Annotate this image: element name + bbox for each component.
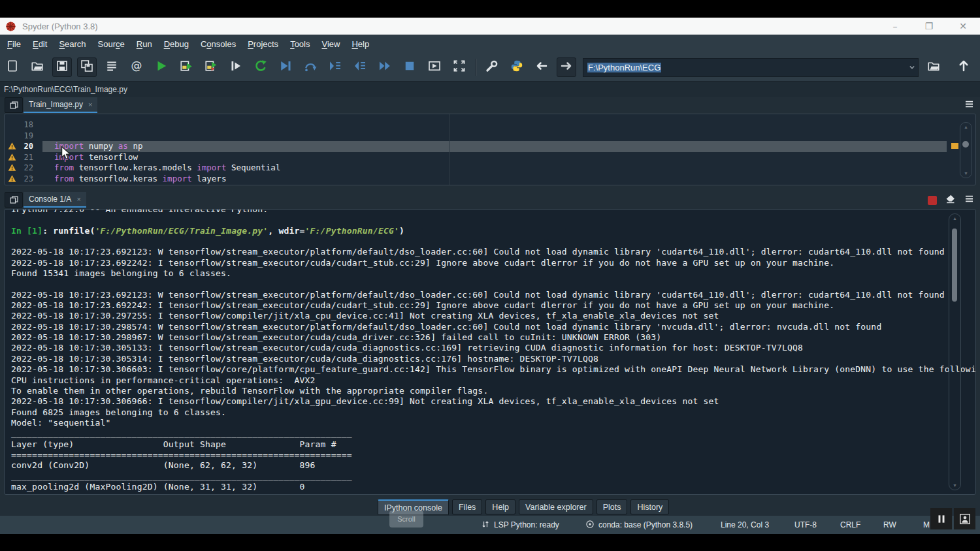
title-bar: Spyder (Python 3.8) – ❐ ✕ <box>0 18 980 35</box>
console-scrollbar-thumb[interactable] <box>952 228 957 302</box>
console-tab[interactable]: Console 1/A × <box>24 192 86 208</box>
code-line-23[interactable]: 23from tensorflow.keras import layers <box>5 174 975 185</box>
code-line-22[interactable]: 22from tensorflow.keras.models import Se… <box>5 163 975 174</box>
console-line: Model: "sequential" <box>11 418 975 428</box>
forward-icon <box>560 59 573 75</box>
open-file-button[interactable] <box>27 57 47 77</box>
console-line <box>11 279 975 289</box>
editor-options-icon[interactable] <box>964 99 975 112</box>
working-directory-input[interactable]: F:\PythonRun\ECG <box>583 58 919 77</box>
console-line: ________________________________________… <box>11 471 975 482</box>
menu-item-help[interactable]: Help <box>346 35 375 54</box>
console-line: 2022-05-18 10:17:23.692242: I tensorflow… <box>11 258 975 268</box>
spyder-window: Spyder (Python 3.8) – ❐ ✕ FileEditSearch… <box>0 0 980 551</box>
symbol-finder-button[interactable]: @ <box>127 57 146 77</box>
run-in-console-icon <box>428 59 441 75</box>
pythonpath-manager-button[interactable] <box>507 57 527 77</box>
code-line-18[interactable]: 18 <box>5 119 975 131</box>
editor-scrollbar-thumb[interactable] <box>962 141 969 148</box>
run-cell-icon <box>180 59 193 75</box>
webcam-button[interactable] <box>954 508 975 529</box>
working-directory-value: F:\PythonRun\ECG <box>583 63 906 72</box>
save-all-button[interactable] <box>77 57 97 77</box>
console-line: ========================================… <box>11 450 975 460</box>
browse-working-directory-button[interactable] <box>924 57 943 77</box>
console-line: 2022-05-18 10:17:30.305133: I tensorflow… <box>11 343 975 353</box>
step-into-button[interactable] <box>325 57 345 77</box>
console-line: 2022-05-18 10:17:30.306966: I tensorflow… <box>11 396 975 407</box>
plugin-tab-files[interactable]: Files <box>452 499 482 514</box>
pause-recording-button[interactable] <box>930 508 952 529</box>
minimize-button[interactable]: – <box>878 18 912 35</box>
step-return-icon <box>353 59 367 75</box>
menu-item-search[interactable]: Search <box>53 35 91 54</box>
new-file-button[interactable] <box>3 57 22 77</box>
line-number: 22 <box>24 163 33 174</box>
stop-debugging-button[interactable] <box>400 57 419 77</box>
menu-item-consoles[interactable]: Consoles <box>195 35 242 54</box>
run-selection-button[interactable] <box>226 57 246 77</box>
line-number: 23 <box>24 174 33 185</box>
plugin-tab-help[interactable]: Help <box>485 499 515 514</box>
run-file-button[interactable] <box>152 57 171 77</box>
back-button[interactable] <box>532 57 551 77</box>
step-over-icon <box>304 59 317 75</box>
console-line: CPU instructions in performance-critical… <box>11 375 975 386</box>
plugin-tab-history[interactable]: History <box>630 499 669 514</box>
scroll-down-icon[interactable]: ▼ <box>949 483 960 488</box>
open-file-icon <box>31 59 44 75</box>
editor-tab-label: Train_Image.py <box>29 100 83 109</box>
re-run-cell-icon <box>254 59 267 75</box>
save-file-button[interactable] <box>52 57 72 77</box>
preferences-button[interactable] <box>482 57 502 77</box>
clear-console-icon[interactable] <box>945 193 956 207</box>
scroll-down-icon[interactable]: ▼ <box>960 171 972 176</box>
menu-item-view[interactable]: View <box>316 35 346 54</box>
run-cell-and-advance-button[interactable] <box>201 57 221 77</box>
code-line-19[interactable]: 19 <box>5 131 975 142</box>
menu-item-source[interactable]: Source <box>92 35 131 54</box>
scroll-up-icon[interactable]: ▲ <box>960 125 972 129</box>
step-return-button[interactable] <box>350 57 370 77</box>
close-button[interactable]: ✕ <box>946 18 980 35</box>
menu-item-edit[interactable]: Edit <box>27 35 53 54</box>
browse-tabs-icon[interactable] <box>5 97 23 113</box>
run-file-icon <box>155 59 168 75</box>
run-in-console-button[interactable] <box>425 57 444 77</box>
re-run-cell-button[interactable] <box>251 57 270 77</box>
restore-button[interactable]: ❐ <box>912 18 946 35</box>
editor-scrollbar[interactable]: ▲ ▼ <box>960 122 972 178</box>
console-options-icon[interactable] <box>964 193 975 207</box>
run-cell-button[interactable] <box>176 57 196 77</box>
browse-tabs-icon[interactable] <box>5 192 23 208</box>
editor-tab[interactable]: Train_Image.py × <box>24 97 97 113</box>
scroll-up-icon[interactable]: ▲ <box>949 216 960 221</box>
editor-tab-close-icon[interactable]: × <box>88 101 92 108</box>
code-line-21[interactable]: 21import tensorflow <box>5 152 975 163</box>
console-tab-close-icon[interactable]: × <box>76 195 80 203</box>
menu-item-run[interactable]: Run <box>131 35 158 54</box>
chevron-down-icon[interactable] <box>906 59 918 76</box>
plugin-tab-variable-explorer[interactable]: Variable explorer <box>519 499 593 514</box>
step-into-icon <box>329 59 342 75</box>
file-switcher-icon <box>105 59 118 75</box>
ipython-console-output[interactable]: IPython 7.22.0 -- An enhanced Interactiv… <box>4 209 976 495</box>
forward-button[interactable] <box>557 57 576 77</box>
menu-item-tools[interactable]: Tools <box>284 35 316 54</box>
maximize-pane-icon <box>453 59 466 75</box>
maximize-pane-button[interactable] <box>449 57 469 77</box>
file-switcher-button[interactable] <box>102 57 122 77</box>
code-editor[interactable]: 181920import numpy as np21import tensorf… <box>4 114 976 185</box>
menu-item-projects[interactable]: Projects <box>242 35 284 54</box>
lsp-status: LSP Python: ready <box>481 516 559 534</box>
menu-item-file[interactable]: File <box>1 35 27 54</box>
console-line: Layer (type) Output Shape Param # <box>11 439 975 450</box>
menu-item-debug[interactable]: Debug <box>158 35 195 54</box>
parent-directory-button[interactable] <box>954 57 973 77</box>
code-line-20[interactable]: 20import numpy as np <box>5 141 975 152</box>
continue-execution-button[interactable] <box>375 57 395 77</box>
step-over-button[interactable] <box>301 57 320 77</box>
debug-file-button[interactable] <box>276 57 295 77</box>
plugin-tab-plots[interactable]: Plots <box>596 499 628 514</box>
console-scrollbar[interactable]: ▲ ▼ <box>949 213 961 490</box>
